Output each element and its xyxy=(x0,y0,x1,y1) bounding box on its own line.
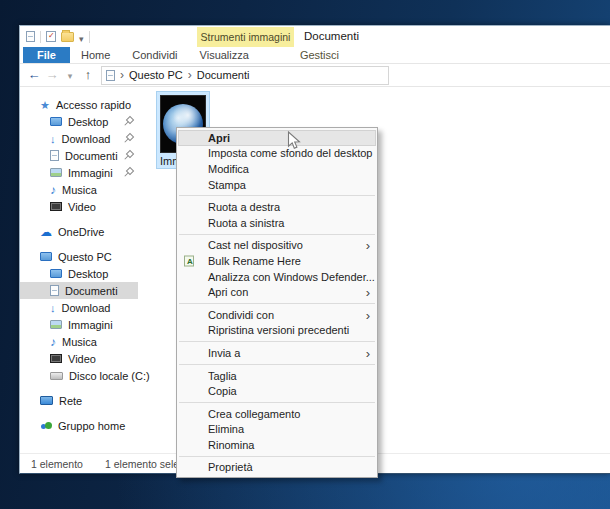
customize-dropdown-icon[interactable] xyxy=(79,28,84,46)
sidebar-item-immagini[interactable]: Immagini xyxy=(20,164,138,181)
quick-access-toolbar xyxy=(26,29,90,44)
sidebar-item-immagini-pc[interactable]: Immagini xyxy=(20,316,138,333)
film-icon xyxy=(50,354,62,363)
tab-file[interactable]: File xyxy=(23,47,70,63)
properties-check-icon[interactable] xyxy=(46,31,56,42)
back-arrow-icon[interactable] xyxy=(25,66,43,84)
menu-item-condividi-con[interactable]: Condividi con xyxy=(177,307,377,323)
menu-item-ripristina-versioni[interactable]: Ripristina versioni precedenti xyxy=(177,323,377,339)
picture-icon xyxy=(50,320,62,329)
pin-icon xyxy=(123,168,132,177)
bulk-rename-icon xyxy=(184,255,194,266)
picture-icon xyxy=(50,168,62,177)
toolbar-divider xyxy=(40,31,41,43)
film-icon xyxy=(50,202,62,211)
document-icon xyxy=(50,150,59,161)
music-note-icon xyxy=(50,336,56,348)
document-icon xyxy=(50,285,59,296)
tab-condividi[interactable]: Condividi xyxy=(121,47,188,63)
sidebar-item-onedrive[interactable]: OneDrive xyxy=(20,223,138,240)
menu-item-imposta-sfondo[interactable]: Imposta come sfondo del desktop xyxy=(177,146,377,162)
menu-separator xyxy=(179,456,375,457)
ribbon-tabs: File Home Condividi Visualizza Gestisci xyxy=(20,47,610,63)
menu-item-rinomina[interactable]: Rinomina xyxy=(177,437,377,453)
monitor-icon xyxy=(50,269,62,278)
contextual-tab-group: Strumenti immagini xyxy=(197,27,294,47)
cloud-icon xyxy=(40,226,52,238)
submenu-chevron-icon xyxy=(366,285,370,300)
sidebar-item-video-pc[interactable]: Video xyxy=(20,350,138,367)
address-bar-row: Questo PC Documenti xyxy=(20,63,610,87)
chevron-separator-icon xyxy=(120,68,124,82)
submenu-chevron-icon xyxy=(366,238,370,253)
menu-item-apri-con[interactable]: Apri con xyxy=(177,284,377,300)
address-bar[interactable]: Questo PC Documenti xyxy=(101,66,389,85)
sidebar-item-desktop[interactable]: Desktop xyxy=(20,113,138,130)
menu-item-invia-a[interactable]: Invia a xyxy=(177,345,377,361)
menu-item-cast-dispositivo[interactable]: Cast nel dispositivo xyxy=(177,238,377,254)
hard-drive-icon xyxy=(50,372,63,380)
menu-item-proprieta[interactable]: Proprietà xyxy=(177,460,377,476)
window-title: Documenti xyxy=(304,30,359,42)
sidebar-item-documenti-pc[interactable]: Documenti xyxy=(20,282,138,299)
sidebar-item-musica-pc[interactable]: Musica xyxy=(20,333,138,350)
menu-separator xyxy=(179,364,375,365)
sidebar-item-disco-locale[interactable]: Disco locale (C:) xyxy=(20,367,138,384)
sidebar-item-desktop-pc[interactable]: Desktop xyxy=(20,265,138,282)
menu-separator xyxy=(179,341,375,342)
items-count: 1 elemento xyxy=(31,458,83,470)
menu-separator xyxy=(179,303,375,304)
submenu-chevron-icon xyxy=(366,345,370,360)
network-icon xyxy=(40,396,53,405)
homegroup-icon xyxy=(40,421,52,431)
mouse-cursor xyxy=(287,131,301,155)
sidebar-item-documenti[interactable]: Documenti xyxy=(20,147,138,164)
sidebar-item-gruppo-home[interactable]: Gruppo home xyxy=(20,417,138,434)
monitor-icon xyxy=(40,252,52,261)
sidebar-item-accesso-rapido[interactable]: Accesso rapido xyxy=(20,96,138,113)
download-arrow-icon xyxy=(50,302,56,314)
location-document-icon xyxy=(106,70,115,81)
menu-item-apri[interactable]: Apri xyxy=(178,130,376,146)
menu-item-bulk-rename[interactable]: Bulk Rename Here xyxy=(177,253,377,269)
forward-arrow-icon[interactable] xyxy=(43,66,61,84)
tab-home[interactable]: Home xyxy=(70,47,121,63)
sidebar-item-download[interactable]: Download xyxy=(20,130,138,147)
sidebar-item-download-pc[interactable]: Download xyxy=(20,299,138,316)
menu-item-elimina[interactable]: Elimina xyxy=(177,422,377,438)
context-menu: Apri Imposta come sfondo del desktop Mod… xyxy=(176,127,378,478)
tab-visualizza[interactable]: Visualizza xyxy=(189,47,260,63)
menu-item-analizza-defender[interactable]: Analizza con Windows Defender... xyxy=(177,269,377,285)
menu-item-crea-collegamento[interactable]: Crea collegamento xyxy=(177,406,377,422)
breadcrumb-documenti[interactable]: Documenti xyxy=(197,69,250,81)
pin-icon xyxy=(123,117,132,126)
up-arrow-icon[interactable] xyxy=(79,66,97,84)
sidebar-item-video[interactable]: Video xyxy=(20,198,138,215)
new-folder-icon[interactable] xyxy=(61,32,74,42)
pin-icon xyxy=(123,134,132,143)
history-dropdown-icon[interactable] xyxy=(61,66,79,85)
menu-item-modifica[interactable]: Modifica xyxy=(177,161,377,177)
sidebar-item-musica[interactable]: Musica xyxy=(20,181,138,198)
submenu-chevron-icon xyxy=(366,307,370,322)
sidebar-item-questo-pc[interactable]: Questo PC xyxy=(20,248,138,265)
explorer-file-icon[interactable] xyxy=(26,31,35,42)
download-arrow-icon xyxy=(50,133,56,145)
menu-item-ruota-sinistra[interactable]: Ruota a sinistra xyxy=(177,215,377,231)
pin-icon xyxy=(123,151,132,160)
breadcrumb-questo-pc[interactable]: Questo PC xyxy=(129,69,183,81)
menu-item-taglia[interactable]: Taglia xyxy=(177,368,377,384)
navigation-pane: Accesso rapido Desktop Download Document… xyxy=(20,87,138,455)
music-note-icon xyxy=(50,184,56,196)
tab-gestisci[interactable]: Gestisci xyxy=(276,47,363,63)
menu-item-stampa[interactable]: Stampa xyxy=(177,177,377,193)
sidebar-item-rete[interactable]: Rete xyxy=(20,392,138,409)
menu-item-copia[interactable]: Copia xyxy=(177,383,377,399)
menu-separator xyxy=(179,234,375,235)
star-icon xyxy=(40,99,50,111)
menu-separator xyxy=(179,195,375,196)
desktop: { "colors": { "accent_blue": "#2b7bc4", … xyxy=(0,0,610,509)
toolbar-divider xyxy=(89,31,90,43)
titlebar: Strumenti immagini Documenti xyxy=(20,26,610,47)
menu-item-ruota-destra[interactable]: Ruota a destra xyxy=(177,199,377,215)
